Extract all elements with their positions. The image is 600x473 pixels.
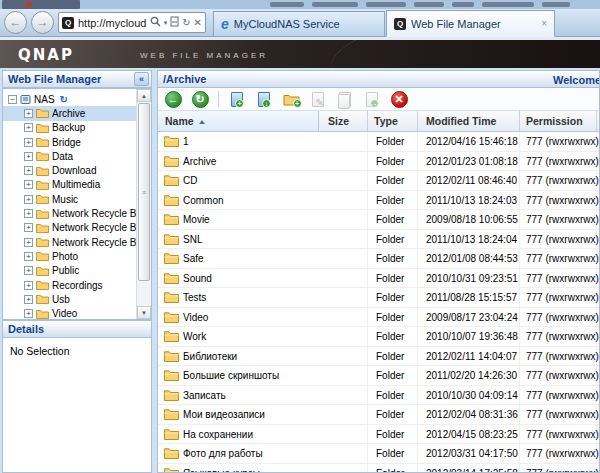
collapse-minus-icon[interactable]: −	[8, 95, 17, 104]
file-row[interactable]: ArchiveFolder2012/01/23 01:08:18777 (rwx…	[158, 152, 599, 172]
address-bar[interactable]: Q http://mycloudnas... ▾ ↻ ✕	[58, 12, 206, 33]
download-button[interactable]: ↓	[254, 89, 274, 109]
tree-item[interactable]: +Network Recycle Bin 3	[3, 221, 151, 235]
scrollbar-thumb[interactable]: ≡	[138, 103, 150, 281]
create-folder-button[interactable]: +	[281, 89, 301, 109]
tab-close-icon[interactable]: ×	[533, 18, 547, 29]
expand-plus-icon[interactable]: +	[24, 281, 33, 290]
tab-web-file-manager[interactable]: Q Web File Manager ×	[386, 10, 555, 37]
expand-plus-icon[interactable]: +	[24, 138, 33, 147]
stop-icon[interactable]: ✕	[194, 17, 202, 29]
file-row[interactable]: MovieFolder2009/08/18 10:06:55777 (rwxrw…	[158, 210, 599, 230]
browser-chrome: ← → Q http://mycloudnas... ▾ ↻ ✕ e MyClo…	[0, 9, 600, 37]
file-name: Языковые курсы	[183, 468, 260, 473]
expand-plus-icon[interactable]: +	[24, 195, 33, 204]
expand-plus-icon[interactable]: +	[24, 166, 33, 175]
column-header-size[interactable]: Size	[328, 115, 349, 127]
url-text[interactable]: http://mycloudnas...	[74, 17, 147, 29]
expand-plus-icon[interactable]: +	[24, 209, 33, 218]
column-divider[interactable]	[417, 111, 418, 131]
expand-plus-icon[interactable]: +	[24, 252, 33, 261]
refresh-tree-icon[interactable]: ↻	[60, 94, 68, 105]
tree-item[interactable]: +Photo	[3, 249, 151, 263]
file-row[interactable]: VideoFolder2009/08/17 23:04:24777 (rwxrw…	[158, 308, 599, 328]
move-button[interactable]: →	[362, 89, 382, 109]
column-header-name[interactable]: Name	[165, 115, 205, 127]
column-divider[interactable]	[367, 111, 368, 131]
copy-button[interactable]	[335, 89, 355, 109]
file-row[interactable]: TestsFolder2011/08/28 15:15:57777 (rwxrw…	[158, 288, 599, 308]
scroll-down-icon[interactable]: ▼	[137, 306, 151, 319]
tab-mycloudnas-service[interactable]: e MyCloudNAS Service	[213, 11, 385, 37]
file-row[interactable]: SoundFolder2010/10/31 09:23:51777 (rwxrw…	[158, 269, 599, 289]
delete-button[interactable]: ✕	[389, 89, 409, 109]
file-row[interactable]: Фото для работыFolder2012/03/31 04:17:50…	[158, 444, 599, 464]
column-divider[interactable]	[596, 111, 597, 131]
file-row[interactable]: 1Folder2012/04/16 15:46:18777 (rwxrwxrwx…	[158, 132, 599, 152]
expand-plus-icon[interactable]: +	[24, 309, 33, 318]
browser-forward-button[interactable]: →	[31, 11, 54, 34]
file-row[interactable]: Большие скриншотыFolder2011/02/20 14:26:…	[158, 366, 599, 386]
address-dropdown-icon[interactable]: ▾	[164, 17, 168, 29]
details-panel-body: No Selection	[2, 338, 152, 473]
expand-plus-icon[interactable]: +	[24, 266, 33, 275]
file-row[interactable]: Мои видеозаписиFolder2012/02/04 08:31:36…	[158, 405, 599, 425]
tree-item[interactable]: +Multimedia	[3, 178, 151, 192]
expand-plus-icon[interactable]: +	[24, 152, 33, 161]
tree-item[interactable]: +Bridge	[3, 135, 151, 149]
file-row[interactable]: CDFolder2012/02/11 08:46:40777 (rwxrwxrw…	[158, 171, 599, 191]
rename-button[interactable]: ✎	[308, 89, 328, 109]
back-button[interactable]: ←	[163, 89, 183, 109]
file-type: Folder	[376, 175, 404, 186]
tree-item[interactable]: +Backup	[3, 121, 151, 135]
file-row[interactable]: ЗаписатьFolder2010/10/30 04:09:14777 (rw…	[158, 386, 599, 406]
file-row[interactable]: WorkFolder2010/10/07 19:36:48777 (rwxrwx…	[158, 327, 599, 347]
expand-plus-icon[interactable]: +	[24, 295, 33, 304]
expand-plus-icon[interactable]: +	[24, 109, 33, 118]
column-header-type[interactable]: Type	[374, 115, 398, 127]
tree-item[interactable]: +Archive	[3, 106, 151, 120]
column-divider[interactable]	[519, 111, 520, 131]
column-header-modified[interactable]: Modified Time	[426, 115, 496, 127]
current-path: /Archive	[163, 73, 206, 85]
file-type: Folder	[376, 195, 404, 206]
tree-item-label: Public	[52, 265, 79, 276]
collapse-panel-button[interactable]: «	[134, 72, 149, 86]
compatibility-view-icon[interactable]	[170, 16, 179, 30]
column-header-permission[interactable]: Permission	[526, 115, 583, 127]
tree-item-label: Usb	[52, 294, 70, 305]
tree-item[interactable]: +Network Recycle Bin 2	[3, 206, 151, 220]
tree-item[interactable]: +Usb	[3, 292, 151, 306]
file-row[interactable]: CommonFolder2011/10/13 18:24:03777 (rwxr…	[158, 191, 599, 211]
refresh-button[interactable]: ↻	[190, 89, 210, 109]
tree-item[interactable]: +Data	[3, 149, 151, 163]
file-name: Tests	[183, 292, 206, 303]
file-row[interactable]: SNLFolder2011/10/13 18:24:04777 (rwxrwxr…	[158, 230, 599, 250]
tree-item[interactable]: +Video	[3, 306, 151, 320]
expand-plus-icon[interactable]: +	[24, 123, 33, 132]
file-row[interactable]: Языковые курсыFolder2012/03/14 17:25:587…	[158, 464, 599, 473]
search-icon[interactable]	[150, 16, 161, 30]
file-name: Фото для работы	[183, 448, 263, 459]
upload-button[interactable]: +	[227, 89, 247, 109]
tree-item[interactable]: +Public	[3, 264, 151, 278]
tree-scrollbar[interactable]: ▲ ≡ ▼	[136, 89, 151, 319]
file-row[interactable]: БиблиотекиFolder2012/02/11 14:04:07777 (…	[158, 347, 599, 367]
file-modified: 2011/02/20 14:26:30	[426, 370, 517, 381]
browser-back-button[interactable]: ←	[4, 11, 27, 34]
tree-root-nas[interactable]: − NAS ↻	[3, 92, 151, 106]
expand-plus-icon[interactable]: +	[24, 223, 33, 232]
refresh-page-icon[interactable]: ↻	[182, 17, 190, 29]
scroll-up-icon[interactable]: ▲	[137, 89, 151, 102]
main-panel-header: /Archive Welcome A	[157, 70, 600, 88]
tree-item[interactable]: +Download	[3, 163, 151, 177]
tree-item[interactable]: +Recordings	[3, 278, 151, 292]
tree-item[interactable]: +Music	[3, 192, 151, 206]
folder-icon	[36, 223, 49, 233]
expand-plus-icon[interactable]: +	[24, 238, 33, 247]
file-modified: 2010/10/30 04:09:14	[426, 390, 518, 401]
file-row[interactable]: SafeFolder2012/01/08 08:44:53777 (rwxrwx…	[158, 249, 599, 269]
file-row[interactable]: На сохраненииFolder2012/04/15 08:23:2577…	[158, 425, 599, 445]
tree-item[interactable]: +Network Recycle Bin 4	[3, 235, 151, 249]
expand-plus-icon[interactable]: +	[24, 180, 33, 189]
